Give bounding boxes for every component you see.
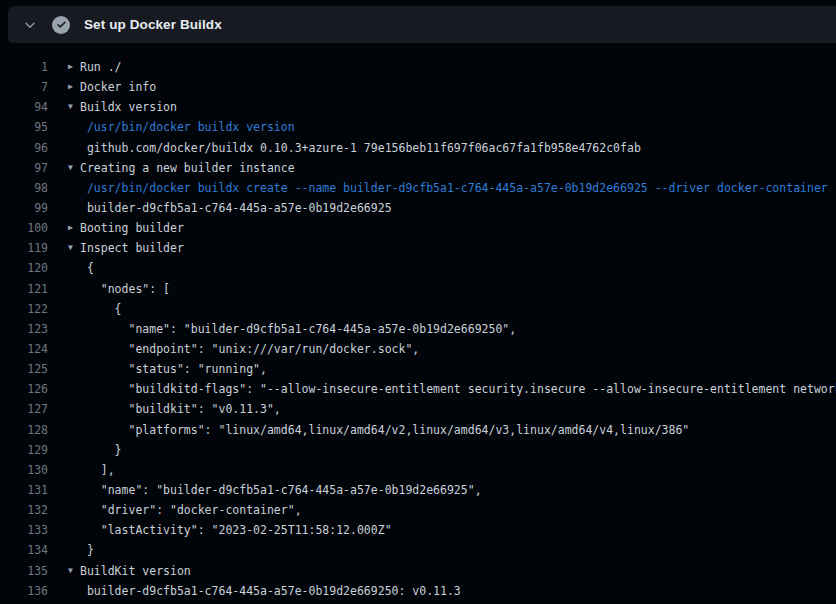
log-line-text: "endpoint": "unix:///var/run/docker.sock… (80, 339, 836, 359)
group-toggle-icon (68, 440, 80, 460)
log-line-text: Inspect builder (80, 238, 836, 258)
step-title: Set up Docker Buildx (84, 17, 222, 32)
log-line: 134 } (0, 540, 836, 560)
log-line: 121 "nodes": [ (0, 279, 836, 299)
log-line-number[interactable]: 122 (0, 299, 48, 319)
log-line: 98 /usr/bin/docker buildx create --name … (0, 178, 836, 198)
log-line-number[interactable]: 126 (0, 379, 48, 399)
log-line-text: builder-d9cfb5a1-c764-445a-a57e-0b19d2e6… (80, 581, 836, 601)
group-toggle-icon (68, 359, 80, 379)
log-line-text: } (80, 540, 836, 560)
log-line-text: { (80, 258, 836, 278)
log-line: 132 "driver": "docker-container", (0, 500, 836, 520)
step-header[interactable]: Set up Docker Buildx (8, 6, 836, 43)
group-toggle-icon (68, 178, 80, 198)
log-line-number[interactable]: 1 (0, 57, 48, 77)
log-line[interactable]: 119 ▼ Inspect builder (0, 238, 836, 258)
log-line: 130 ], (0, 460, 836, 480)
log-line-number[interactable]: 120 (0, 258, 48, 278)
log-line-number[interactable]: 132 (0, 500, 48, 520)
group-toggle-icon (68, 500, 80, 520)
log-line[interactable]: 94 ▼ Buildx version (0, 97, 836, 117)
triangle-down-icon[interactable]: ▼ (68, 561, 80, 581)
log-line-text: Run ./ (80, 57, 836, 77)
log-line-number[interactable]: 97 (0, 158, 48, 178)
log-line-number[interactable]: 119 (0, 238, 48, 258)
log-line-text: "buildkitd-flags": "--allow-insecure-ent… (80, 379, 836, 399)
log-line-number[interactable]: 131 (0, 480, 48, 500)
log-line-number[interactable]: 121 (0, 279, 48, 299)
check-circle-icon (52, 16, 70, 34)
triangle-down-icon[interactable]: ▼ (68, 97, 80, 117)
group-toggle-icon (68, 138, 80, 158)
log-line-number[interactable]: 123 (0, 319, 48, 339)
log-line: 95 /usr/bin/docker buildx version (0, 117, 836, 137)
triangle-down-icon[interactable]: ▼ (68, 238, 80, 258)
triangle-right-icon[interactable]: ▶ (68, 218, 80, 238)
log-line[interactable]: 1 ▶ Run ./ (0, 57, 836, 77)
log-line: 131 "name": "builder-d9cfb5a1-c764-445a-… (0, 480, 836, 500)
log-line-text: /usr/bin/docker buildx version (80, 117, 836, 137)
log-line: 99 builder-d9cfb5a1-c764-445a-a57e-0b19d… (0, 198, 836, 218)
log-line-number[interactable]: 99 (0, 198, 48, 218)
group-toggle-icon (68, 399, 80, 419)
log-line[interactable]: 97 ▼ Creating a new builder instance (0, 158, 836, 178)
log-line: 133 "lastActivity": "2023-02-25T11:58:12… (0, 520, 836, 540)
group-toggle-icon (68, 379, 80, 399)
log-line: 128 "platforms": "linux/amd64,linux/amd6… (0, 420, 836, 440)
log-line-number[interactable]: 134 (0, 540, 48, 560)
log-line-text: builder-d9cfb5a1-c764-445a-a57e-0b19d2e6… (80, 198, 836, 218)
group-toggle-icon (68, 581, 80, 601)
log-line-text: /usr/bin/docker buildx create --name bui… (80, 178, 836, 198)
log-line-number[interactable]: 130 (0, 460, 48, 480)
group-toggle-icon (68, 540, 80, 560)
log-line[interactable]: 7 ▶ Docker info (0, 77, 836, 97)
triangle-down-icon[interactable]: ▼ (68, 158, 80, 178)
log-line: 124 "endpoint": "unix:///var/run/docker.… (0, 339, 836, 359)
log-line-text: ], (80, 460, 836, 480)
log-line-number[interactable]: 133 (0, 520, 48, 540)
group-toggle-icon (68, 420, 80, 440)
log-line-number[interactable]: 136 (0, 581, 48, 601)
log-line-number[interactable]: 124 (0, 339, 48, 359)
log-line: 126 "buildkitd-flags": "--allow-insecure… (0, 379, 836, 399)
log-line-text: } (80, 440, 836, 460)
chevron-down-icon[interactable] (22, 17, 38, 33)
log-line-text: Docker info (80, 77, 836, 97)
log-line-text: BuildKit version (80, 561, 836, 581)
log-line-text: Booting builder (80, 218, 836, 238)
log-line[interactable]: 135 ▼ BuildKit version (0, 561, 836, 581)
log-line-text: { (80, 299, 836, 319)
log-line-number[interactable]: 129 (0, 440, 48, 460)
group-toggle-icon (68, 299, 80, 319)
log-line: 122 { (0, 299, 836, 319)
group-toggle-icon (68, 460, 80, 480)
log-line-number[interactable]: 100 (0, 218, 48, 238)
group-toggle-icon (68, 480, 80, 500)
log-line-text: "buildkit": "v0.11.3", (80, 399, 836, 419)
group-toggle-icon (68, 258, 80, 278)
log-line-number[interactable]: 128 (0, 420, 48, 440)
log-line[interactable]: 100 ▶ Booting builder (0, 218, 836, 238)
log-line-number[interactable]: 95 (0, 117, 48, 137)
log-line-text: "nodes": [ (80, 279, 836, 299)
triangle-right-icon[interactable]: ▶ (68, 57, 80, 77)
group-toggle-icon (68, 520, 80, 540)
log-line-number[interactable]: 7 (0, 77, 48, 97)
log-line-text: "name": "builder-d9cfb5a1-c764-445a-a57e… (80, 319, 836, 339)
log-line-number[interactable]: 127 (0, 399, 48, 419)
log-line: 120 { (0, 258, 836, 278)
log-line-text: github.com/docker/buildx 0.10.3+azure-1 … (80, 138, 836, 158)
log-line-text: Buildx version (80, 97, 836, 117)
triangle-right-icon[interactable]: ▶ (68, 77, 80, 97)
log-line-number[interactable]: 125 (0, 359, 48, 379)
log-line-number[interactable]: 135 (0, 561, 48, 581)
log-line-number[interactable]: 94 (0, 97, 48, 117)
log-line-number[interactable]: 96 (0, 138, 48, 158)
log-line-number[interactable]: 98 (0, 178, 48, 198)
group-toggle-icon (68, 319, 80, 339)
log-line: 136 builder-d9cfb5a1-c764-445a-a57e-0b19… (0, 581, 836, 601)
log-line-text: "driver": "docker-container", (80, 500, 836, 520)
group-toggle-icon (68, 279, 80, 299)
log-line-text: "name": "builder-d9cfb5a1-c764-445a-a57e… (80, 480, 836, 500)
